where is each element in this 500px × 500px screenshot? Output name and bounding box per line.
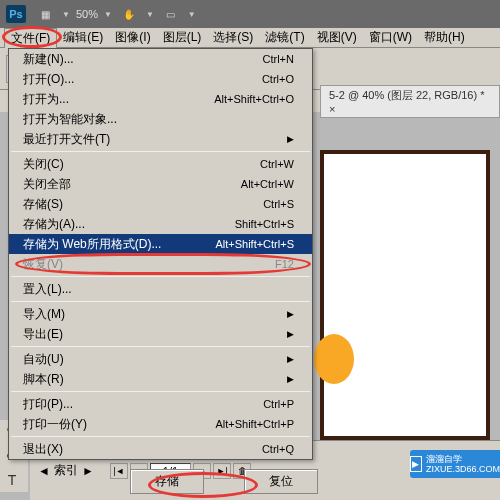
submenu-arrow-icon: ▶ — [287, 371, 294, 387]
menu-image[interactable]: 图像(I) — [109, 28, 156, 47]
reset-button[interactable]: 复位 — [244, 469, 318, 494]
menu-new[interactable]: 新建(N)...Ctrl+N — [9, 49, 312, 69]
menu-separator — [11, 151, 310, 152]
menu-layer[interactable]: 图层(L) — [157, 28, 208, 47]
app-logo: Ps — [6, 5, 26, 23]
type-tool-icon[interactable]: T — [0, 468, 24, 492]
menu-revert: 恢复(V)F12 — [9, 254, 312, 274]
nav-prev-icon[interactable]: ◄ — [38, 464, 50, 478]
submenu-arrow-icon: ▶ — [287, 326, 294, 342]
titlebar-controls: ▦ ▼ 50% ▼ ✋ ▼ ▭ ▼ — [34, 5, 196, 23]
menu-recent[interactable]: 最近打开文件(T)▶ — [9, 129, 312, 149]
menu-print[interactable]: 打印(P)...Ctrl+P — [9, 394, 312, 414]
menu-open[interactable]: 打开(O)...Ctrl+O — [9, 69, 312, 89]
play-icon: ▶ — [410, 456, 422, 472]
hand-tool-icon[interactable]: ✋ — [118, 5, 140, 23]
index-label: 索引 — [54, 462, 78, 479]
dropdown-arrow-icon[interactable]: ▼ — [104, 10, 112, 19]
submenu-arrow-icon: ▶ — [287, 306, 294, 322]
file-dropdown: 新建(N)...Ctrl+N 打开(O)...Ctrl+O 打开为...Alt+… — [8, 48, 313, 460]
view-tool-icon[interactable]: ▭ — [160, 5, 182, 23]
canvas-shape — [314, 334, 354, 384]
menu-open-as[interactable]: 打开为...Alt+Shift+Ctrl+O — [9, 89, 312, 109]
watermark-brand: 溜溜自学 — [426, 454, 500, 464]
menu-help[interactable]: 帮助(H) — [418, 28, 471, 47]
submenu-arrow-icon: ▶ — [287, 131, 294, 147]
menu-bar: 文件(F) 编辑(E) 图像(I) 图层(L) 选择(S) 滤镜(T) 视图(V… — [0, 28, 500, 48]
watermark-url: ZIXUE.3D66.COM — [426, 464, 500, 474]
menu-window[interactable]: 窗口(W) — [363, 28, 418, 47]
menu-export[interactable]: 导出(E)▶ — [9, 324, 312, 344]
menu-save-for-web[interactable]: 存储为 Web所用格式(D)...Alt+Shift+Ctrl+S — [9, 234, 312, 254]
dropdown-arrow-icon[interactable]: ▼ — [146, 10, 154, 19]
menu-separator — [11, 301, 310, 302]
bridge-icon[interactable]: ▦ — [34, 5, 56, 23]
index-control: ◄ 索引 ► — [38, 462, 94, 479]
first-page-icon[interactable]: |◄ — [110, 463, 128, 479]
zoom-value[interactable]: 50% — [76, 8, 98, 20]
canvas[interactable] — [320, 150, 490, 440]
nav-next-icon[interactable]: ► — [82, 464, 94, 478]
dropdown-arrow-icon[interactable]: ▼ — [62, 10, 70, 19]
save-button[interactable]: 存储 — [130, 469, 204, 494]
menu-view[interactable]: 视图(V) — [311, 28, 363, 47]
menu-separator — [11, 346, 310, 347]
menu-scripts[interactable]: 脚本(R)▶ — [9, 369, 312, 389]
menu-automate[interactable]: 自动(U)▶ — [9, 349, 312, 369]
menu-separator — [11, 436, 310, 437]
menu-save-as[interactable]: 存储为(A)...Shift+Ctrl+S — [9, 214, 312, 234]
menu-import[interactable]: 导入(M)▶ — [9, 304, 312, 324]
submenu-arrow-icon: ▶ — [287, 351, 294, 367]
menu-close-all[interactable]: 关闭全部Alt+Ctrl+W — [9, 174, 312, 194]
menu-filter[interactable]: 滤镜(T) — [259, 28, 310, 47]
menu-separator — [11, 276, 310, 277]
menu-exit[interactable]: 退出(X)Ctrl+Q — [9, 439, 312, 459]
menu-file[interactable]: 文件(F) — [4, 28, 57, 48]
watermark: ▶ 溜溜自学 ZIXUE.3D66.COM — [410, 450, 500, 478]
menu-separator — [11, 391, 310, 392]
menu-select[interactable]: 选择(S) — [207, 28, 259, 47]
document-tab[interactable]: 5-2 @ 40% (图层 22, RGB/16) * × — [320, 85, 500, 118]
menu-save[interactable]: 存储(S)Ctrl+S — [9, 194, 312, 214]
menu-open-smart[interactable]: 打开为智能对象... — [9, 109, 312, 129]
menu-close[interactable]: 关闭(C)Ctrl+W — [9, 154, 312, 174]
menu-place[interactable]: 置入(L)... — [9, 279, 312, 299]
title-bar: Ps ▦ ▼ 50% ▼ ✋ ▼ ▭ ▼ — [0, 0, 500, 28]
menu-edit[interactable]: 编辑(E) — [57, 28, 109, 47]
menu-print-one[interactable]: 打印一份(Y)Alt+Shift+Ctrl+P — [9, 414, 312, 434]
dropdown-arrow-icon[interactable]: ▼ — [188, 10, 196, 19]
